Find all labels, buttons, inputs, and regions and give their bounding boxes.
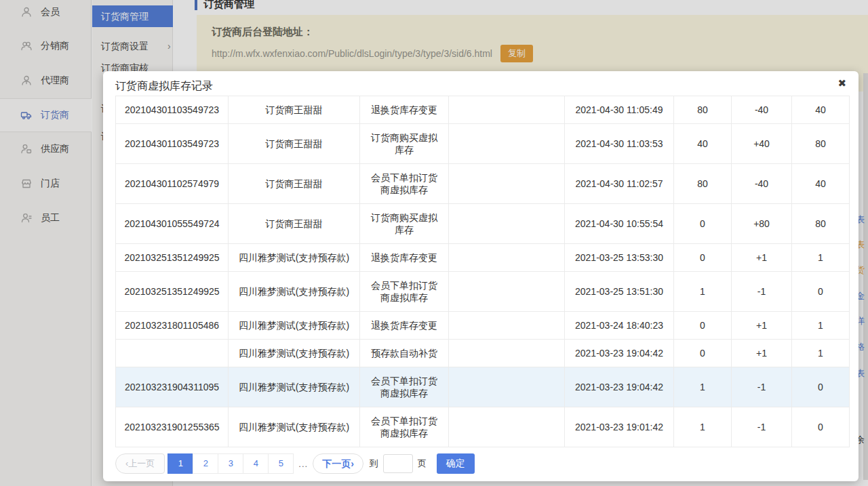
cell-type: 预存款自动补货 <box>360 340 449 367</box>
cell-type: 退换货库存变更 <box>360 244 449 272</box>
cell-before: 0 <box>674 244 732 272</box>
cell-time: 2021-04-30 10:55:54 <box>565 204 674 244</box>
cell-remark <box>449 407 565 447</box>
cell-after: 1 <box>792 340 850 367</box>
cell-before: 0 <box>674 204 732 244</box>
cell-change: +1 <box>732 312 792 340</box>
cell-change: +80 <box>732 204 792 244</box>
modal-title: 订货商虚拟库存记录 <box>115 79 213 94</box>
cell-id: 202104301102574979 <box>116 164 229 204</box>
cell-remark <box>449 96 565 124</box>
jump-unit-label: 页 <box>418 458 427 470</box>
cell-time: 2021-04-30 11:03:53 <box>565 124 674 164</box>
cell-after: 1 <box>792 244 850 272</box>
virtual-stock-table: 202104301103549723订货商王甜甜退换货库存变更2021-04-3… <box>115 96 850 447</box>
cell-id <box>116 340 229 367</box>
cell-remark <box>449 164 565 204</box>
cell-id: 202103231904311095 <box>116 367 229 407</box>
cell-before: 40 <box>674 124 732 164</box>
cell-change: +1 <box>732 244 792 272</box>
cell-time: 2021-03-23 19:04:42 <box>565 367 674 407</box>
cell-dealer: 四川雅梦测试(支持预存款) <box>229 244 360 272</box>
page-number-group: 12345 <box>165 453 294 474</box>
prev-page-button[interactable]: ‹上一页 <box>115 453 165 474</box>
cell-dealer: 四川雅梦测试(支持预存款) <box>229 312 360 340</box>
cell-dealer: 四川雅梦测试(支持预存款) <box>229 407 360 447</box>
cell-remark <box>449 340 565 367</box>
jump-page-input[interactable] <box>383 454 413 473</box>
cell-remark <box>449 124 565 164</box>
cell-change: -1 <box>732 272 792 312</box>
cell-type: 订货商购买虚拟库存 <box>360 204 449 244</box>
table-row[interactable]: 202104301103549723订货商王甜甜退换货库存变更2021-04-3… <box>116 96 850 124</box>
cell-after: 0 <box>792 407 850 447</box>
cell-id: 202104301103549723 <box>116 124 229 164</box>
table-row[interactable]: 202103231801105486四川雅梦测试(支持预存款)退换货库存变更20… <box>116 312 850 340</box>
cell-remark <box>449 272 565 312</box>
cell-time: 2021-04-30 11:05:49 <box>565 96 674 124</box>
cell-remark <box>449 244 565 272</box>
cell-change: -40 <box>732 96 792 124</box>
cell-dealer: 订货商王甜甜 <box>229 124 360 164</box>
cell-time: 2021-03-23 19:04:42 <box>565 340 674 367</box>
confirm-button[interactable]: 确定 <box>437 453 475 474</box>
cell-before: 0 <box>674 340 732 367</box>
table-row[interactable]: 202104301102574979订货商王甜甜会员下单扣订货商虚拟库存2021… <box>116 164 850 204</box>
table-row[interactable]: 202104301103549723订货商王甜甜订货商购买虚拟库存2021-04… <box>116 124 850 164</box>
page-number-3[interactable]: 3 <box>218 453 243 474</box>
table-row[interactable]: 202103251351249925四川雅梦测试(支持预存款)会员下单扣订货商虚… <box>116 272 850 312</box>
page-number-5[interactable]: 5 <box>268 453 294 474</box>
cell-after: 0 <box>792 272 850 312</box>
table-row[interactable]: 202103251351249925四川雅梦测试(支持预存款)退换货库存变更20… <box>116 244 850 272</box>
cell-type: 会员下单扣订货商虚拟库存 <box>360 272 449 312</box>
cell-remark <box>449 312 565 340</box>
cell-after: 0 <box>792 367 850 407</box>
cell-dealer: 四川雅梦测试(支持预存款) <box>229 272 360 312</box>
cell-dealer: 四川雅梦测试(支持预存款) <box>229 340 360 367</box>
cell-dealer: 订货商王甜甜 <box>229 164 360 204</box>
cell-type: 会员下单扣订货商虚拟库存 <box>360 407 449 447</box>
cell-after: 80 <box>792 204 850 244</box>
table-row[interactable]: 202103231904311095四川雅梦测试(支持预存款)会员下单扣订货商虚… <box>116 367 850 407</box>
cell-after: 40 <box>792 164 850 204</box>
cell-time: 2021-04-30 11:02:57 <box>565 164 674 204</box>
cell-change: -1 <box>732 367 792 407</box>
cell-change: +40 <box>732 124 792 164</box>
close-icon[interactable]: ✖ <box>837 77 846 89</box>
cell-time: 2021-03-23 19:01:42 <box>565 407 674 447</box>
table-row[interactable]: 四川雅梦测试(支持预存款)预存款自动补货2021-03-23 19:04:420… <box>116 340 850 367</box>
cell-change: +1 <box>732 340 792 367</box>
cell-time: 2021-03-25 13:53:30 <box>565 244 674 272</box>
cell-id: 202103251351249925 <box>116 272 229 312</box>
table-row[interactable]: 202103231901255365四川雅梦测试(支持预存款)会员下单扣订货商虚… <box>116 407 850 447</box>
cell-remark <box>449 204 565 244</box>
cell-after: 1 <box>792 312 850 340</box>
page-number-4[interactable]: 4 <box>243 453 269 474</box>
table-row[interactable]: 202104301055549724订货商王甜甜订货商购买虚拟库存2021-04… <box>116 204 850 244</box>
cell-before: 80 <box>674 96 732 124</box>
cell-before: 1 <box>674 407 732 447</box>
cell-dealer: 四川雅梦测试(支持预存款) <box>229 367 360 407</box>
cell-type: 会员下单扣订货商虚拟库存 <box>360 367 449 407</box>
cell-before: 1 <box>674 272 732 312</box>
next-page-button[interactable]: 下一页› <box>313 453 363 474</box>
cell-type: 订货商购买虚拟库存 <box>360 124 449 164</box>
app-root: 会员分销商代理商订货商供应商门店员工 订货商管理订货商设置›订货商审核订订 订货… <box>0 0 868 486</box>
cell-dealer: 订货商王甜甜 <box>229 204 360 244</box>
cell-before: 80 <box>674 164 732 204</box>
cell-id: 202103231901255365 <box>116 407 229 447</box>
cell-time: 2021-03-25 13:51:30 <box>565 272 674 312</box>
cell-after: 80 <box>792 124 850 164</box>
cell-id: 202103251351249925 <box>116 244 229 272</box>
page-number-1[interactable]: 1 <box>167 453 193 474</box>
pagination-ellipsis: ... <box>298 459 308 469</box>
virtual-stock-record-modal: 订货商虚拟库存记录 ✖ 202104301103549723订货商王甜甜退换货库… <box>103 71 859 481</box>
cell-change: -40 <box>732 164 792 204</box>
cell-before: 1 <box>674 367 732 407</box>
cell-remark <box>449 367 565 407</box>
cell-type: 会员下单扣订货商虚拟库存 <box>360 164 449 204</box>
cell-before: 0 <box>674 312 732 340</box>
cell-change: -1 <box>732 407 792 447</box>
page-number-2[interactable]: 2 <box>193 453 218 474</box>
cell-after: 40 <box>792 96 850 124</box>
